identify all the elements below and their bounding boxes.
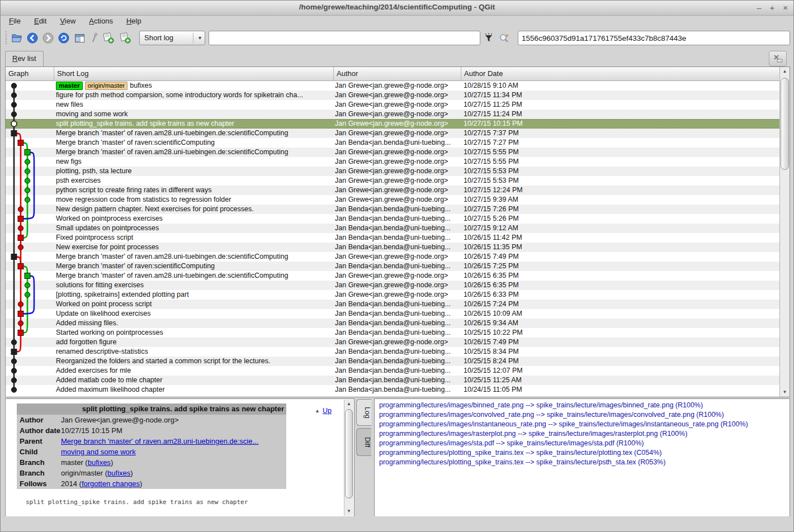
commit-row[interactable]: New exercise for point processesJan Bend… [6,243,779,252]
scroll-up-icon[interactable]: ▲ [344,400,353,408]
commit-message-text: split plotting_spike trains. add spike t… [26,498,248,506]
commit-row[interactable]: new figsJan Grewe<jan.grewe@g-node.org>1… [6,157,779,167]
file-rename-entry[interactable]: programming/lectures/images/sta.pdf --> … [379,439,790,448]
commit-row[interactable]: figure for psth method comparsion, some … [6,91,779,100]
shortlog-cell: Update on likelihood exercises [54,309,334,319]
tab-log[interactable]: Log [356,399,371,426]
branch-badge: master [56,82,83,90]
commit-row[interactable]: Update on likelihood exercisesJan Benda<… [6,309,779,319]
commit-row[interactable]: Started working on pointprocessesJan Ben… [6,328,779,338]
commit-row[interactable]: new filesJan Grewe<jan.grewe@g-node.org>… [6,100,779,110]
commit-row[interactable]: Added missing files.Jan Benda<jan.benda@… [6,319,779,328]
detail-scrollbar[interactable]: ▲ ▼ [344,400,353,516]
forward-button[interactable] [41,31,55,45]
commit-row[interactable]: Merge branch 'master' of raven:scientifi… [6,262,779,271]
menu-item[interactable]: Edit [29,16,51,28]
file-rename-entry[interactable]: programming/lectures/images/binned_rate.… [379,401,790,410]
date-cell: 10/26/15 7:49 PM [461,252,779,262]
commit-row[interactable]: Worked on point process scriptJan Benda<… [6,300,779,309]
minimize-button[interactable]: – [757,2,761,13]
close-button[interactable]: × [783,2,788,13]
apply-patch-button[interactable] [118,31,133,45]
scroll-up-icon[interactable]: ▲ [780,67,790,76]
commit-link[interactable]: bufixes [107,469,130,477]
author-cell: Jan Grewe<jan.grewe@g-node.org> [334,167,461,176]
author-cell: Jan Grewe<jan.grewe@g-node.org> [334,129,461,138]
column-header-author-date[interactable]: Author Date [461,67,779,80]
rev-list-main: Graph Short Log Author Author Date maste… [6,67,779,397]
filter-tree-button[interactable] [483,31,495,45]
column-header-graph[interactable]: Graph [6,67,54,80]
detail-value: ) [111,458,113,467]
commit-row[interactable]: moving and some workJan Grewe<jan.grewe@… [6,110,779,119]
menu-item[interactable]: File [4,16,26,28]
commit-row[interactable]: solutions for fitting exercisesJan Grewe… [6,281,779,290]
commit-row[interactable]: Worked on pointprocess exercisesJan Bend… [6,214,779,224]
commit-link[interactable]: moving and some work [61,448,136,456]
commit-link[interactable]: Merge branch 'master' of raven.am28.uni-… [61,437,258,445]
commit-row[interactable]: python script to create firing rates in … [6,186,779,195]
commit-message: New design pattern chapter. Next exercis… [56,205,254,213]
view-toggle-button[interactable] [72,31,87,45]
commit-row[interactable]: Merge branch 'master' of raven.am28.uni-… [6,148,779,157]
commit-row[interactable]: Added matlab code to mle chapterJan Bend… [6,376,779,385]
commit-row[interactable]: Added exercises for mleJan Benda<jan.ben… [6,366,779,376]
menu-item[interactable]: View [55,16,81,28]
filter-input[interactable] [209,31,480,45]
date-cell: 10/27/15 9:12 AM [461,224,779,233]
commit-row[interactable]: Merge branch 'master' of raven:scientifi… [6,138,779,148]
commit-row[interactable]: Merge branch 'master' of raven.am28.uni-… [6,129,779,138]
commit-row[interactable]: [plotting, spiketrains] extended plottin… [6,290,779,300]
save-patch-button[interactable] [101,31,116,45]
file-rename-entry[interactable]: programming/lectures/images/rasterplot.p… [379,429,790,439]
file-rename-entry[interactable]: programming/lectures/plotting_spike_trai… [379,448,790,458]
tab-rev-list[interactable]: Rev list [5,51,44,66]
maximize-button[interactable]: + [769,2,774,13]
detach-tab-button[interactable] [769,51,787,66]
view-mode-select[interactable]: Short log ▾ [139,31,205,45]
commit-row[interactable]: masterorigin/masterbufixesJan Grewe<jan.… [6,81,779,91]
author-cell: Jan Benda<jan.benda@uni-tuebing... [334,300,461,309]
scrollbar-thumb[interactable] [345,409,353,498]
commit-link[interactable]: bufixes [88,458,111,467]
commit-link[interactable]: forgotten changes [82,479,140,488]
column-header-author[interactable]: Author [334,67,461,80]
commit-row[interactable]: split plotting_spike trains. add spike t… [6,119,779,129]
up-button[interactable]: ▲ Up [311,406,335,416]
file-rename-entry[interactable]: programming/lectures/images/convolved_ra… [379,410,790,420]
commit-row[interactable]: Merge branch 'master' of raven.am28.uni-… [6,271,779,281]
toolbar-handle[interactable] [6,31,7,44]
scroll-down-icon[interactable]: ▼ [344,507,353,516]
commit-row[interactable]: Small updates on pointprocessesJan Benda… [6,224,779,233]
column-header-shortlog[interactable]: Short Log [54,67,334,80]
back-button[interactable] [25,31,40,45]
open-repository-button[interactable] [10,31,24,45]
revlist-scrollbar[interactable]: ▲ ▼ [779,67,790,397]
shortlog-cell: Merge branch 'master' of raven:scientifi… [54,138,334,148]
up-link[interactable]: Up [323,407,332,415]
detail-value: 2014 ( [61,479,82,488]
commit-row[interactable]: plotting, psth, sta lectureJan Grewe<jan… [6,167,779,176]
commit-row[interactable]: move regression code from statistics to … [6,195,779,205]
commit-row[interactable]: psth exercisesJan Grewe<jan.grewe@g-node… [6,176,779,186]
scrollbar-thumb[interactable] [781,78,789,170]
commit-row[interactable]: renamed descriptive-statisticsJan Benda<… [6,347,779,357]
file-rename-entry[interactable]: programming/lectures/images/instantaneou… [379,420,790,429]
menu-item[interactable]: Help [121,16,146,28]
pin-tool-button[interactable] [87,31,101,45]
menu-item[interactable]: Actions [84,16,118,28]
reload-button[interactable] [56,31,71,45]
tab-diff[interactable]: Diff [356,428,371,456]
commit-row[interactable]: Reorganized the folders and started a co… [6,357,779,366]
commit-row[interactable]: Merge branch 'master' of raven.am28.uni-… [6,252,779,262]
commit-row[interactable]: Fixed pointprocess scriptJan Benda<jan.b… [6,233,779,243]
highlight-search-button[interactable] [497,31,512,45]
date-cell: 10/27/15 12:24 PM [461,186,779,195]
titlebar[interactable]: /home/grewe/teaching/2014/scientificComp… [1,1,793,16]
scroll-down-icon[interactable]: ▼ [780,388,790,397]
commit-row[interactable]: Added maximum likelihood chapterJan Bend… [6,385,779,395]
commit-row[interactable]: New design pattern chapter. Next exercis… [6,205,779,214]
sha-input[interactable] [518,31,790,45]
commit-row[interactable]: add forgotten figureJan Grewe<jan.grewe@… [6,338,779,347]
file-rename-entry[interactable]: programming/lectures/plotting_spike_trai… [379,458,790,467]
